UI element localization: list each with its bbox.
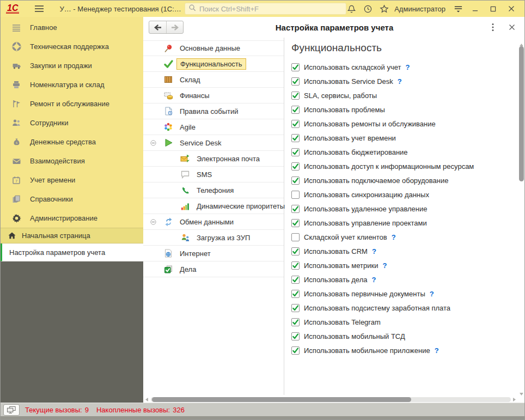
scroll-right-icon[interactable] [512, 397, 517, 402]
search-box[interactable] [185, 3, 346, 15]
scroll-left-icon[interactable] [145, 397, 149, 402]
checkbox-checked[interactable] [291, 176, 300, 185]
sidebar-item[interactable]: Закупки и продажи [1, 56, 143, 75]
sidebar-item[interactable]: Взаимодействия [1, 151, 143, 171]
category-item[interactable]: Интернет [143, 246, 284, 261]
option-label[interactable]: Использовать подключаемое оборудование [304, 176, 449, 185]
help-icon[interactable]: ? [372, 247, 376, 255]
checkbox-checked[interactable] [291, 162, 300, 171]
option-label[interactable]: Использовать метрики [304, 261, 378, 270]
scroll-up-icon[interactable] [519, 40, 524, 44]
favorites-star-icon[interactable] [376, 1, 392, 16]
checkbox-checked[interactable] [291, 318, 300, 326]
option-label[interactable]: Использовать доступ к информационным рес… [304, 162, 474, 171]
collapse-icon[interactable] [150, 140, 163, 146]
checkbox-checked[interactable] [291, 304, 300, 312]
option-label[interactable]: Использовать мобильное приложение [304, 346, 430, 355]
category-item[interactable]: Финансы [143, 88, 284, 104]
option-label[interactable]: Использовать первичные документы [304, 290, 425, 298]
checkbox-checked[interactable] [291, 290, 300, 298]
horizontal-scroll-thumb[interactable] [152, 397, 411, 402]
help-icon[interactable]: ? [392, 233, 396, 241]
scroll-down-icon[interactable] [519, 388, 524, 393]
option-label[interactable]: Использовать дела [304, 276, 367, 284]
option-label[interactable]: Использовать бюджетирование [304, 148, 408, 156]
checkbox-checked[interactable] [291, 134, 300, 142]
checkbox-unchecked[interactable] [291, 191, 300, 199]
more-menu-icon[interactable] [489, 22, 497, 32]
sidebar-item[interactable]: Номенклатура и склад [1, 75, 143, 94]
option-label[interactable]: Использовать ремонты и обслуживание [304, 120, 436, 128]
sidebar-item-home[interactable]: Начальная страница [1, 228, 143, 244]
option-label[interactable]: SLA, сервисы, работы [304, 92, 377, 100]
option-label[interactable]: Использовать управление проектами [304, 219, 427, 227]
sidebar-item[interactable]: sДенежные средства [1, 132, 143, 151]
option-label[interactable]: Складской учет клиентов [304, 233, 387, 241]
checkbox-checked[interactable] [291, 261, 300, 270]
help-icon[interactable]: ? [430, 290, 434, 298]
checkbox-checked[interactable] [291, 247, 300, 255]
checkbox-checked[interactable] [291, 148, 300, 156]
open-window-tab[interactable]: Настройка параметров учета [1, 244, 143, 261]
option-label[interactable]: Использовать CRM [304, 247, 368, 255]
category-item[interactable]: Функциональность [143, 56, 284, 72]
checkbox-checked[interactable] [291, 92, 300, 100]
checkbox-checked[interactable] [291, 120, 300, 128]
minimize-icon[interactable] [466, 1, 484, 16]
option-label[interactable]: Использовать подсистему заработная плата [304, 304, 450, 312]
category-item[interactable]: SMS [143, 167, 284, 182]
notifications-bell-icon[interactable] [343, 1, 359, 16]
back-button[interactable] [149, 21, 166, 33]
category-item[interactable]: Загрузка из ЗУП [143, 230, 284, 246]
sidebar-item[interactable]: Ремонт и обслуживание [1, 94, 143, 113]
checkbox-checked[interactable] [291, 63, 300, 71]
hamburger-menu-icon[interactable] [31, 1, 47, 16]
checkbox-checked[interactable] [291, 77, 300, 86]
category-item[interactable]: Склад [143, 72, 284, 88]
option-label[interactable]: Использовать синхронизацию данных [304, 191, 429, 199]
help-icon[interactable]: ? [435, 346, 439, 355]
option-label[interactable]: Использовать складской учет [304, 63, 401, 71]
category-item[interactable]: Правила событий [143, 104, 284, 119]
vertical-scrollbar[interactable] [518, 40, 525, 393]
help-icon[interactable]: ? [371, 276, 376, 284]
maximize-icon[interactable] [484, 1, 502, 16]
checkbox-checked[interactable] [291, 205, 300, 213]
sidebar-item[interactable]: Сотрудники [1, 113, 143, 132]
category-item[interactable]: Электронная почта [143, 151, 284, 167]
checkbox-checked[interactable] [291, 106, 300, 114]
sidebar-item[interactable]: Главное [1, 18, 143, 37]
service-menu-icon[interactable] [450, 1, 466, 16]
sidebar-item[interactable]: 7Учет времени [1, 171, 143, 190]
collapse-icon[interactable] [150, 219, 163, 225]
sidebar-item[interactable]: Техническая поддержка [1, 37, 143, 56]
horizontal-scroll-track[interactable] [151, 397, 511, 402]
category-item[interactable]: Телефония [143, 182, 284, 198]
category-item[interactable]: Service Desk [143, 135, 284, 151]
help-icon[interactable]: ? [405, 63, 410, 71]
category-item[interactable]: Основные данные [143, 40, 284, 56]
checkbox-checked[interactable] [291, 346, 300, 355]
help-icon[interactable]: ? [398, 77, 402, 86]
category-item[interactable]: Agile [143, 119, 284, 135]
category-item[interactable]: Динамические приоритеты [143, 198, 284, 214]
option-label[interactable]: Использовать проблемы [304, 106, 385, 114]
checkbox-checked[interactable] [291, 332, 300, 340]
checkbox-checked[interactable] [291, 276, 300, 284]
sidebar-item[interactable]: Справочники [1, 190, 143, 209]
horizontal-scrollbar[interactable] [145, 396, 517, 403]
forward-button[interactable] [166, 21, 183, 33]
search-input[interactable] [199, 5, 343, 13]
category-item[interactable]: Обмен данными [143, 214, 284, 230]
close-window-icon[interactable] [502, 1, 520, 16]
option-label[interactable]: Использовать учет времени [304, 134, 396, 142]
sidebar-item[interactable]: Администрирование [1, 209, 143, 228]
option-label[interactable]: Использовать Telegram [304, 318, 381, 326]
current-user[interactable]: Администратор [394, 5, 445, 13]
close-form-icon[interactable] [507, 22, 517, 32]
vertical-scroll-thumb[interactable] [519, 46, 524, 181]
help-icon[interactable]: ? [382, 261, 387, 270]
history-icon[interactable] [359, 1, 376, 16]
checkbox-checked[interactable] [291, 219, 300, 227]
category-item[interactable]: Дела [143, 261, 284, 277]
